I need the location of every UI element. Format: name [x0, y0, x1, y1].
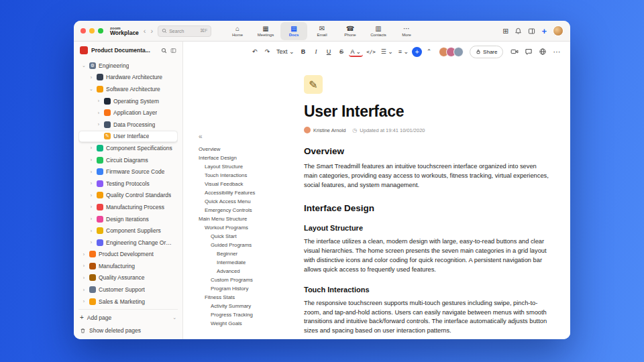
zoom-window-button[interactable] — [98, 28, 103, 34]
tree-item[interactable]: › Firmware Source Code — [78, 166, 178, 178]
strikethrough-button[interactable]: S — [336, 46, 347, 58]
chevron-icon[interactable]: › — [96, 122, 101, 127]
chevron-icon[interactable]: › — [89, 75, 94, 80]
outline-item[interactable]: Program History — [199, 284, 293, 293]
collapse-outline-icon[interactable]: « — [199, 133, 293, 140]
outline-item[interactable]: Fitness Stats — [199, 293, 293, 302]
tab-meetings[interactable]: ▦ Meetings — [252, 22, 279, 40]
minimize-window-button[interactable] — [89, 28, 95, 34]
chevron-icon[interactable]: › — [89, 158, 94, 162]
tree-item[interactable]: › Component Specifications — [78, 142, 178, 154]
panel-toggle-icon[interactable] — [528, 27, 535, 35]
chevron-icon[interactable]: › — [89, 229, 94, 233]
doc-block[interactable]: The interface utilizes a clean, modern d… — [304, 237, 550, 275]
tree-item[interactable]: › Quality Assurance — [78, 272, 178, 284]
outline-item[interactable]: Progress Tracking — [199, 310, 293, 319]
doc-title[interactable]: User Interface — [304, 103, 550, 121]
tab-more[interactable]: ⋯ More — [393, 22, 420, 40]
expand-sidebar-icon[interactable] — [170, 48, 176, 54]
global-search-input[interactable]: Search ⌘F — [158, 25, 211, 37]
video-icon[interactable] — [511, 48, 519, 56]
bold-button[interactable]: B — [298, 46, 309, 58]
tree-item[interactable]: › Manufacturing — [78, 260, 178, 272]
chevron-icon[interactable]: ⌄ — [89, 86, 94, 92]
chevron-icon[interactable]: › — [89, 204, 94, 209]
chevron-icon[interactable]: ⌄ — [81, 63, 87, 68]
outline-item[interactable]: Advanced — [199, 267, 293, 276]
doc-block[interactable]: The responsive touchscreen supports mult… — [304, 299, 550, 337]
user-avatar[interactable] — [553, 25, 564, 36]
outline-item[interactable]: Custom Programs — [199, 276, 293, 284]
tree-item[interactable]: › Sales & Marketing — [78, 296, 178, 306]
chevron-icon[interactable]: › — [89, 193, 94, 198]
tree-item[interactable]: › Testing Protocols — [78, 178, 178, 190]
chevron-icon[interactable]: › — [96, 99, 101, 103]
tree-item[interactable]: › Product Development — [78, 249, 178, 261]
chevron-icon[interactable]: › — [81, 263, 87, 268]
align-button[interactable]: ≡ ⌄ — [396, 46, 411, 58]
outline-item[interactable]: Accessibility Features — [199, 188, 293, 197]
doc-block[interactable]: Touch Interactions — [304, 286, 550, 294]
chevron-icon[interactable]: › — [81, 252, 87, 257]
tab-docs[interactable]: ▤ Docs — [280, 22, 307, 40]
undo-button[interactable]: ↶ — [249, 46, 260, 58]
chevron-icon[interactable]: › — [89, 170, 94, 174]
doc-block[interactable]: Interface Design — [304, 203, 550, 213]
underline-button[interactable]: U — [323, 46, 335, 58]
tree-item[interactable]: › Quality Control Standards — [78, 190, 178, 202]
chevron-icon[interactable]: › — [81, 299, 87, 304]
tree-item[interactable]: › Design Iterations — [78, 213, 178, 225]
back-button[interactable]: ‹ — [144, 27, 146, 35]
apps-grid-icon[interactable]: ⊞ — [502, 27, 508, 35]
outline-item[interactable]: Emergency Controls — [199, 206, 293, 215]
chevron-icon[interactable]: › — [89, 240, 94, 245]
chevron-icon[interactable]: › — [89, 181, 94, 186]
tree-item[interactable]: › Application Layer — [78, 107, 178, 119]
collapse-toolbar-button[interactable]: ⌃ — [423, 46, 435, 58]
tab-contacts[interactable]: ▥ Contacts — [365, 22, 392, 40]
document-canvas[interactable]: ✎ User Interface Kristine Arnold ◷ Updat… — [296, 62, 570, 339]
add-page-button[interactable]: + Add page ⌄ — [78, 314, 178, 321]
chevron-icon[interactable]: › — [81, 276, 87, 280]
outline-item[interactable]: Interface Design — [199, 154, 293, 162]
code-button[interactable]: </> — [364, 46, 378, 58]
outline-item[interactable]: Overview — [199, 145, 293, 154]
insert-button[interactable]: + — [412, 47, 422, 57]
tree-item[interactable]: ⌄ Software Architecture — [78, 83, 178, 95]
forward-button[interactable]: › — [151, 27, 154, 35]
chevron-icon[interactable]: › — [81, 288, 87, 292]
text-style-button[interactable]: Text ⌄ — [274, 46, 297, 58]
collaborator-avatar-3[interactable] — [453, 47, 464, 57]
tree-item[interactable]: › Circuit Diagrams — [78, 154, 178, 166]
outline-item[interactable]: Quick Start — [199, 232, 293, 241]
show-deleted-pages-button[interactable]: Show deleted pages — [78, 327, 178, 334]
outline-item[interactable]: Guided Programs — [199, 241, 293, 249]
chevron-icon[interactable]: › — [89, 217, 94, 221]
close-window-button[interactable] — [80, 28, 86, 34]
doc-block[interactable]: The Smart Treadmill features an intuitiv… — [304, 162, 550, 190]
share-button[interactable]: Share — [470, 46, 503, 58]
tree-item[interactable]: › Component Suppliers — [78, 225, 178, 237]
outline-item[interactable]: Weight Goals — [199, 319, 293, 328]
doc-block[interactable]: Layout Structure — [304, 224, 550, 232]
chevron-icon[interactable]: › — [96, 111, 101, 115]
tab-phone[interactable]: ☎ Phone — [337, 22, 364, 40]
text-color-button[interactable]: A ⌄ — [349, 48, 364, 57]
tree-item[interactable]: › Hardware Architecture — [78, 72, 178, 84]
globe-icon[interactable] — [539, 48, 547, 56]
sidebar-search-icon[interactable] — [161, 48, 167, 54]
workspace-title[interactable]: Product Documenta... — [91, 47, 158, 54]
tree-item[interactable]: › Manufacturing Process — [78, 201, 178, 213]
outline-item[interactable]: Layout Structure — [199, 162, 293, 171]
outline-item[interactable]: Main Menu Structure — [199, 215, 293, 223]
redo-button[interactable]: ↷ — [262, 46, 273, 58]
outline-item[interactable]: Intermediate — [199, 258, 293, 267]
tree-item[interactable]: › Customer Support — [78, 284, 178, 296]
outline-item[interactable]: Workout Programs — [199, 223, 293, 232]
tree-item[interactable]: › Engineering Change Orders — [78, 237, 178, 249]
outline-item[interactable]: Visual Feedback — [199, 180, 293, 188]
italic-button[interactable]: I — [311, 46, 322, 58]
outline-item[interactable]: Touch Interactions — [199, 171, 293, 180]
tree-item[interactable]: › Data Processing — [78, 119, 178, 131]
notifications-bell-icon[interactable] — [515, 27, 522, 35]
